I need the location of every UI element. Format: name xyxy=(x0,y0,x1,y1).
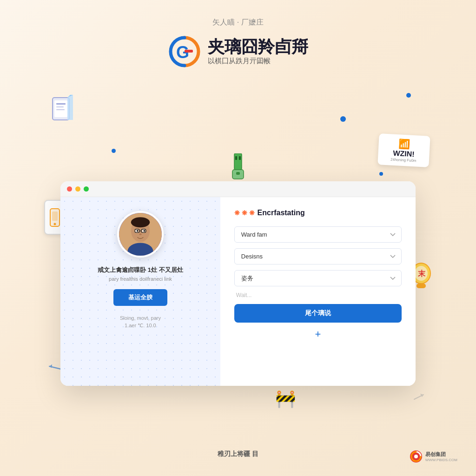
dropdown-ziwu[interactable]: 姿务 xyxy=(234,270,402,286)
titlebar-minimize-dot[interactable] xyxy=(75,186,80,192)
form-group-2: Desisns xyxy=(234,248,402,264)
svg-rect-3 xyxy=(54,100,67,117)
svg-rect-15 xyxy=(239,156,241,160)
person-extra: Sloing, movt, pary xyxy=(120,315,161,321)
avatar xyxy=(117,211,164,258)
svg-point-31 xyxy=(137,230,139,232)
svg-rect-12 xyxy=(234,153,242,170)
deco-dot-1 xyxy=(340,116,346,122)
svg-point-28 xyxy=(131,217,150,227)
dropdown-desisns[interactable]: Desisns xyxy=(234,248,402,264)
svg-rect-16 xyxy=(236,172,240,175)
stars-icon: ❋ ❋ ❋ xyxy=(234,209,255,217)
person-name: 戒文上禽逾卣喋卧 1灶 不又居灶 xyxy=(98,266,183,274)
svg-point-32 xyxy=(143,230,145,232)
brand-watermark: 易创集团 WWW.PBIDS.COM xyxy=(410,450,457,463)
browser-body: 戒文上禽逾卣喋卧 1灶 不又居灶 pary frealthis doilfran… xyxy=(60,197,416,386)
svg-rect-4 xyxy=(56,103,66,105)
brand-text: 易创集团 WWW.PBIDS.COM xyxy=(425,451,457,462)
titlebar-close-dot[interactable] xyxy=(67,186,72,192)
deco-wifi-badge: 📶 WZIN! 24honing Fu0m xyxy=(377,133,430,167)
submit-button[interactable]: 尾个璃说 xyxy=(234,304,402,323)
header-main-title: 夹璃囧羚卣搿 xyxy=(208,38,308,56)
svg-rect-14 xyxy=(235,156,237,160)
panel-title: ❋ ❋ ❋ Encrfastating xyxy=(234,209,402,217)
dropdown-ward-fam[interactable]: Ward fam xyxy=(234,226,402,243)
deco-book-icon xyxy=(49,93,77,126)
svg-point-11 xyxy=(53,223,56,225)
header-logo-area: G 夹璃囧羚卣搿 以棋囗从跌月亓囸帿 xyxy=(168,35,308,68)
brand-name-url: WWW.PBIDS.COM xyxy=(425,458,457,462)
person-desc: pary frealthis doilfraneci link xyxy=(109,276,172,282)
browser-window: 戒文上禽逾卣喋卧 1灶 不又居灶 pary frealthis doilfran… xyxy=(60,181,416,386)
right-panel: ❋ ❋ ❋ Encrfastating Ward fam Desisns 姿务 … xyxy=(220,197,416,386)
svg-rect-6 xyxy=(56,109,65,110)
browser-titlebar xyxy=(60,181,416,197)
svg-text:末: 末 xyxy=(417,270,426,278)
left-panel: 戒文上禽逾卣喋卧 1灶 不又居灶 pary frealthis doilfran… xyxy=(60,197,220,386)
svg-rect-5 xyxy=(56,106,64,107)
top-subtitle: 矢人瞄 · 厂嬷庄 xyxy=(212,18,263,27)
svg-marker-22 xyxy=(49,364,53,369)
svg-rect-1 xyxy=(185,50,193,53)
svg-marker-7 xyxy=(67,95,73,120)
form-group-1: Ward fam xyxy=(234,226,402,243)
header-sub-title: 以棋囗从跌月亓囸帿 xyxy=(208,57,308,66)
wait-label: Wait... xyxy=(234,292,402,298)
brand-logo-icon xyxy=(410,450,423,463)
deco-cone-icon: 🚧 xyxy=(275,389,296,409)
form-group-3: 姿务 xyxy=(234,270,402,286)
titlebar-maximize-dot[interactable] xyxy=(84,186,89,192)
svg-point-38 xyxy=(414,455,418,458)
bottom-tagline: 稚刃上将疆 目 xyxy=(218,450,258,458)
deco-usb-icon xyxy=(229,153,247,181)
person-score: 1.aer ℃. 10.0 xyxy=(125,323,156,329)
logo-icon: G xyxy=(168,35,201,68)
svg-rect-10 xyxy=(52,212,58,221)
panel-title-text: Encrfastating xyxy=(258,209,305,217)
deco-arrow-right-icon xyxy=(412,392,426,404)
deco-dot-3 xyxy=(379,172,383,176)
svg-rect-18 xyxy=(416,284,426,288)
svg-point-36 xyxy=(139,233,142,235)
header-text-block: 夹璃囧羚卣搿 以棋囗从跌月亓囸帿 xyxy=(208,38,308,66)
deco-dot-2 xyxy=(406,93,411,98)
add-button[interactable]: + xyxy=(234,328,402,340)
brand-name-cn: 易创集团 xyxy=(425,451,457,458)
cta-button[interactable]: 基运全腴 xyxy=(113,289,167,306)
deco-dot-4 xyxy=(112,149,116,153)
